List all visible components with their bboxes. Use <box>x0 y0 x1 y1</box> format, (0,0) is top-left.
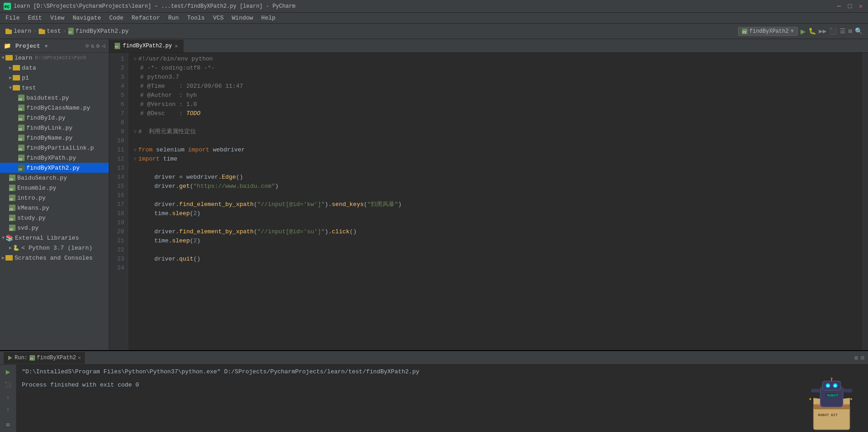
code-line-2: # -*- coding:utf8 -*- <box>134 64 863 73</box>
run-exit-text: Process finished with exit code 0 <box>22 382 139 388</box>
menu-view[interactable]: View <box>46 14 68 22</box>
svg-text:PC: PC <box>5 5 10 10</box>
run-scroll-down-button[interactable]: ↓ <box>3 392 14 403</box>
svg-text:py: py <box>30 357 34 360</box>
tab-close-button[interactable]: ✕ <box>175 43 178 50</box>
tree-item-p1[interactable]: ▶ p1 <box>0 73 109 83</box>
svg-text:py: py <box>69 30 72 34</box>
tree-item-intro[interactable]: intro.py <box>0 193 109 203</box>
tree-label-p1: p1 <box>22 75 29 81</box>
tree-item-findById[interactable]: findById.py <box>0 113 109 123</box>
tree-label-scratches: Scratches and Consoles <box>15 255 93 261</box>
tree-item-study[interactable]: study.py <box>0 213 109 223</box>
code-line-1: ▽ #!/usr/bin/env python <box>134 55 863 64</box>
folder-arrow-learn: ▼ <box>2 55 5 60</box>
breadcrumb-file[interactable]: py findByXPath2.py <box>68 28 129 35</box>
sidebar-hide-icon[interactable]: ◁ <box>101 42 105 50</box>
tree-item-python37[interactable]: ▶ 🐍 < Python 3.7 (learn) <box>0 243 109 253</box>
tree-item-findByClassName[interactable]: findByClassName.py <box>0 103 109 113</box>
tree-item-findByLink[interactable]: findByLink.py <box>0 123 109 133</box>
tree-item-findByXPath[interactable]: findByXPath.py <box>0 153 109 163</box>
line-num-14: 14 <box>109 173 124 182</box>
tree-item-findByName[interactable]: findByName.py <box>0 133 109 143</box>
run-toolbar-btn1[interactable]: ☰ <box>840 27 846 35</box>
tree-item-findByPartialLink[interactable]: findByPartialLink.p <box>0 143 109 153</box>
code-content[interactable]: ▽ #!/usr/bin/env python # -*- coding:utf… <box>128 53 863 350</box>
sidebar-dropdown-icon[interactable]: ▼ <box>45 44 48 49</box>
fold-icon-1[interactable]: ▽ <box>134 56 136 63</box>
sidebar-expand-icon[interactable]: ⇅ <box>91 42 95 50</box>
run-config-selector[interactable]: py findByXPath2 ▼ <box>738 27 798 36</box>
fold-icon-11[interactable]: ▽ <box>134 147 136 154</box>
maximize-button[interactable]: □ <box>846 3 853 10</box>
menu-refactor[interactable]: Refactor <box>128 14 163 22</box>
menu-file[interactable]: File <box>2 14 23 22</box>
code-line-18: time.sleep(2) <box>134 209 863 218</box>
run-scroll-up-button[interactable]: ↑ <box>3 405 14 416</box>
bottom-expand-icon[interactable]: ⊡ <box>861 354 864 362</box>
bottom-tab-close[interactable]: ✕ <box>78 355 81 361</box>
run-play-button[interactable]: ▶ <box>3 367 14 377</box>
tree-item-BaiduSearch[interactable]: BaiduSearch.py <box>0 173 109 183</box>
code-editor[interactable]: 1 2 3 4 5 6 7 8 9 10 11 12 13 14 15 16 1… <box>109 53 868 350</box>
run-toolbar-btn2[interactable]: ⊞ <box>848 27 852 35</box>
svg-text:py: py <box>115 45 119 48</box>
line-num-17: 17 <box>109 200 124 209</box>
fold-icon-12[interactable]: ▽ <box>134 156 136 163</box>
tree-item-ext-libs[interactable]: ▼ 📚 External Libraries <box>0 233 109 243</box>
breadcrumb-learn[interactable]: learn <box>5 28 31 35</box>
menu-edit[interactable]: Edit <box>24 14 45 22</box>
menu-vcs[interactable]: VCS <box>209 14 227 22</box>
menu-help[interactable]: Help <box>257 14 279 22</box>
code-text-9: # 利用元素属性定位 <box>138 127 196 136</box>
code-text-1: #!/usr/bin/env python <box>138 55 213 64</box>
tree-item-Ensumble[interactable]: Ensumble.py <box>0 183 109 193</box>
tree-item-learn[interactable]: ▼ learn D:\SProjects\Pych <box>0 53 109 63</box>
editor-tab-findByXPath2[interactable]: py findByXPath2.py ✕ <box>109 40 184 52</box>
tree-item-findByXPath2[interactable]: findByXPath2.py <box>0 163 109 173</box>
code-line-14: driver = webdriver.Edge() <box>134 173 863 182</box>
tree-item-scratches[interactable]: ▶ Scratches and Consoles <box>0 253 109 263</box>
line-num-19: 19 <box>109 218 124 227</box>
svg-rect-3 <box>5 29 9 30</box>
tree-item-data[interactable]: ▶ data <box>0 63 109 73</box>
tree-item-svd[interactable]: svd.py <box>0 223 109 233</box>
code-line-12: ▽ import time <box>134 155 863 164</box>
bottom-settings-icon[interactable]: ⚙ <box>854 354 858 362</box>
menu-window[interactable]: Window <box>228 14 257 22</box>
menu-code[interactable]: Code <box>106 14 127 22</box>
line-num-24: 24 <box>109 264 124 273</box>
menu-run[interactable]: Run <box>165 14 182 22</box>
line-num-20: 20 <box>109 227 124 236</box>
tree-item-baidutest[interactable]: baidutest.py <box>0 93 109 103</box>
pyfile-icon-BaiduSearch <box>9 175 15 181</box>
sidebar-gear-icon[interactable]: ⚙ <box>96 42 100 50</box>
python-icon: 🐍 <box>13 245 20 251</box>
close-button[interactable]: ✕ <box>857 3 864 10</box>
run-button[interactable]: ▶ <box>801 26 806 36</box>
search-button[interactable]: 🔍 <box>855 27 863 35</box>
breadcrumb-test[interactable]: test <box>39 28 61 35</box>
tree-item-test[interactable]: ▼ test <box>0 83 109 93</box>
menu-navigate[interactable]: Navigate <box>69 14 105 22</box>
locate-file-icon[interactable]: ⊙ <box>86 42 89 50</box>
fold-icon-9[interactable]: ▽ <box>134 129 136 136</box>
code-text-11a: from <box>138 146 152 155</box>
pyfile-icon-Ensumble <box>9 185 15 191</box>
run-coverage-button[interactable]: ▶▶ <box>819 27 827 35</box>
tree-label-data: data <box>22 65 36 71</box>
run-stop-button[interactable]: ⬛ <box>3 379 14 390</box>
menu-tools[interactable]: Tools <box>183 14 208 22</box>
line-num-11: 11 <box>109 146 124 155</box>
tree-label-test: test <box>22 85 36 91</box>
file-tree: ▼ learn D:\SProjects\Pych ▶ data ▶ p1 <box>0 53 109 350</box>
debug-button[interactable]: 🐛 <box>808 27 816 35</box>
code-line-20: driver.find_element_by_xpath("//input[@i… <box>134 227 863 236</box>
line-num-18: 18 <box>109 209 124 218</box>
tree-item-kMeans[interactable]: kMeans.py <box>0 203 109 213</box>
bottom-tab-run[interactable]: Run: py findByXPath2 ✕ <box>4 352 85 364</box>
project-sidebar: 📁 Project ▼ ⊙ ⇅ ⚙ ◁ ▼ learn D:\SProjects… <box>0 39 109 350</box>
stop-button[interactable]: ⬛ <box>829 27 837 35</box>
run-wrap-button[interactable]: ⊞ <box>3 419 14 430</box>
minimize-button[interactable]: ─ <box>835 3 843 10</box>
